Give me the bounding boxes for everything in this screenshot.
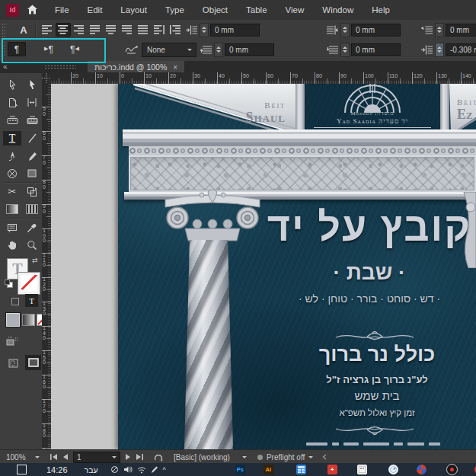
type-tool[interactable]: T <box>3 131 21 145</box>
tab-close-icon[interactable]: × <box>173 63 177 72</box>
justify-last-center-button[interactable] <box>104 23 119 37</box>
menu-edit[interactable]: Edit <box>78 5 112 14</box>
note-tool[interactable] <box>3 220 21 235</box>
align-right-button[interactable] <box>72 23 87 37</box>
align-center-button[interactable] <box>56 23 71 37</box>
paragraph-direction-default-button[interactable]: ¶ <box>8 42 26 56</box>
justify-all-button[interactable] <box>136 23 151 37</box>
left-indent-spinner[interactable] <box>200 23 209 37</box>
stroke-proxy-swatch[interactable] <box>18 273 40 294</box>
space-before-spinner[interactable] <box>214 43 223 57</box>
taskbar-app-button[interactable] <box>17 465 27 474</box>
drop-cap-style-dropdown[interactable]: None <box>142 43 196 57</box>
pinwheel-app-taskbar-icon[interactable] <box>417 465 426 474</box>
window-app-taskbar-icon[interactable] <box>357 465 367 474</box>
paragraph-formatting-icon[interactable]: A <box>15 23 32 37</box>
gradient-feather-tool[interactable] <box>23 202 41 216</box>
formatting-affects-container-button[interactable] <box>9 296 21 307</box>
default-fill-stroke-icon[interactable] <box>5 277 13 286</box>
rectangle-tool[interactable] <box>23 166 41 180</box>
space-after-spinner[interactable] <box>340 43 350 57</box>
eyedropper-tool[interactable] <box>23 220 41 235</box>
menu-layout[interactable]: Layout <box>111 5 156 14</box>
indesign-app-icon[interactable]: Id <box>6 4 19 17</box>
normal-view-mode-button[interactable] <box>6 356 20 369</box>
first-line-indent-spinner[interactable] <box>340 23 350 37</box>
left-indent-field[interactable]: 0 mm <box>210 24 260 37</box>
preset-dropdown[interactable]: [Basic] (working) <box>174 453 230 462</box>
preflight-chevron-icon[interactable] <box>308 456 313 458</box>
apply-gradient-button[interactable] <box>22 314 35 326</box>
selection-tool[interactable] <box>3 78 21 92</box>
direct-selection-tool[interactable] <box>23 78 41 92</box>
gap-tool[interactable] <box>23 95 41 110</box>
zoom-level-dropdown[interactable]: 100% <box>6 452 40 462</box>
preflight-label[interactable]: Preflight off <box>267 453 305 462</box>
home-icon[interactable] <box>19 5 46 16</box>
page-tool[interactable] <box>3 95 21 110</box>
red-app-taskbar-icon[interactable]: + <box>327 465 337 474</box>
wifi-icon[interactable] <box>137 466 146 474</box>
line-tool[interactable] <box>23 131 41 145</box>
calculator-taskbar-icon[interactable] <box>296 465 306 474</box>
record-app-taskbar-icon[interactable] <box>446 464 458 475</box>
align-away-from-spine-button[interactable] <box>168 23 183 37</box>
align-toward-spine-button[interactable] <box>152 23 167 37</box>
scissors-tool[interactable]: ✂ <box>3 184 21 199</box>
space-before-field[interactable]: 0 mm <box>225 43 274 56</box>
document-tab[interactable]: כריכות.indd @ 100% × <box>88 61 184 73</box>
tray-expand-icon[interactable]: ^ <box>163 466 166 474</box>
language-indicator[interactable]: עבר <box>85 465 98 474</box>
content-placer-tool[interactable] <box>23 113 41 127</box>
menu-file[interactable]: File <box>46 5 78 14</box>
document-page[interactable]: Beit Shaul <box>118 84 476 449</box>
last-line-indent-spinner[interactable] <box>435 43 444 57</box>
menu-help[interactable]: Help <box>363 5 399 14</box>
align-left-button[interactable] <box>40 23 55 37</box>
menu-table[interactable]: Table <box>237 5 276 14</box>
content-collector-tool[interactable] <box>3 113 21 127</box>
illustrator-taskbar-icon[interactable]: Ai <box>264 465 273 474</box>
last-page-button[interactable] <box>136 454 143 460</box>
previous-page-button[interactable] <box>63 454 68 460</box>
preview-mode-button[interactable] <box>25 355 41 370</box>
document-canvas[interactable]: Beit Shaul <box>51 84 476 449</box>
photoshop-taskbar-icon[interactable]: Ps <box>235 465 245 474</box>
preset-chevron-icon[interactable] <box>242 456 247 458</box>
clock[interactable]: 14:26 <box>46 465 68 474</box>
space-after-field[interactable]: 0 mm <box>351 43 401 56</box>
page-number-field[interactable]: 1 <box>73 452 120 463</box>
tab-bar-grip[interactable] <box>44 65 76 69</box>
object-states-icon[interactable] <box>6 336 18 350</box>
right-indent-field[interactable]: 0 mm <box>446 24 476 37</box>
collapse-panels-icon[interactable]: « <box>3 62 8 71</box>
menu-view[interactable]: View <box>276 5 314 14</box>
scroll-left-icon[interactable] <box>322 454 327 460</box>
justify-last-left-button[interactable] <box>88 23 103 37</box>
zoom-tool[interactable] <box>23 238 41 252</box>
first-line-indent-field[interactable]: 0 mm <box>351 24 401 37</box>
ltr-paragraph-direction-button[interactable]: ▶¶ <box>40 42 58 56</box>
menu-window[interactable]: Window <box>313 5 363 14</box>
rtl-paragraph-direction-button[interactable]: ¶◀ <box>65 42 84 56</box>
free-transform-tool[interactable] <box>23 184 41 199</box>
pencil-tool[interactable] <box>23 149 41 163</box>
volume-icon[interactable] <box>123 465 133 474</box>
apply-color-button[interactable] <box>6 313 20 327</box>
last-line-indent-field[interactable]: -0.308 mm <box>446 43 476 56</box>
next-page-button[interactable] <box>126 454 130 460</box>
horizontal-ruler[interactable]: 20100102030405060708090100110120130140 <box>51 72 476 85</box>
gradient-swatch-tool[interactable] <box>3 202 21 216</box>
menu-type[interactable]: Type <box>156 5 193 14</box>
menu-object[interactable]: Object <box>193 5 237 14</box>
first-page-button[interactable] <box>50 454 57 460</box>
right-indent-spinner[interactable] <box>435 23 444 37</box>
justify-last-right-button[interactable] <box>120 23 135 37</box>
gauge-app-taskbar-icon[interactable] <box>388 465 398 474</box>
swap-fill-stroke-icon[interactable]: ⇄ <box>32 257 38 264</box>
formatting-affects-text-button[interactable]: T <box>25 294 38 307</box>
network-status-icon[interactable] <box>110 465 119 474</box>
pen-tool[interactable] <box>3 149 21 163</box>
hand-tool[interactable] <box>3 238 21 252</box>
ellipse-frame-tool[interactable] <box>3 166 21 180</box>
